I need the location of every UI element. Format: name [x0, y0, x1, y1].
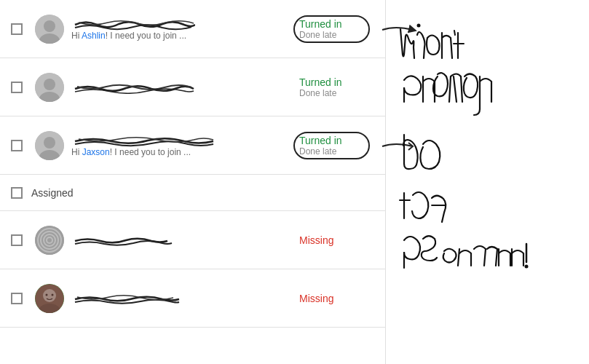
done-late-label-1: Done late	[299, 30, 336, 40]
done-late-label-3: Done late	[299, 146, 336, 157]
turned-in-label-2: Turned in	[299, 76, 342, 88]
row-1-checkbox[interactable]	[11, 23, 23, 35]
student-name-1	[71, 17, 195, 31]
main-container: Hi Ashlin! I need you to join ... Turned…	[0, 0, 589, 364]
student-row-missing-1: Missing	[0, 211, 385, 269]
svg-point-9	[35, 226, 64, 255]
checkbox-area-missing-1	[6, 234, 28, 246]
status-area-3: Turned in Done late	[299, 135, 379, 157]
missing-1-checkbox[interactable]	[11, 234, 23, 246]
missing-label-1: Missing	[299, 234, 333, 246]
student-name-3	[71, 134, 217, 147]
row-3-checkbox[interactable]	[11, 140, 23, 151]
student-info-2	[71, 81, 299, 94]
student-row-3: Hi Jaxson! I need you to join ... Turned…	[0, 116, 385, 175]
student-row-2: Turned in Done late	[0, 58, 385, 116]
student-name-2	[71, 81, 195, 94]
student-row-missing-2: Missing	[0, 269, 385, 328]
svg-point-1	[44, 20, 55, 32]
student-row-1: Hi Ashlin! I need you to join ... Turned…	[0, 0, 385, 58]
avatar-3	[35, 131, 64, 160]
handwriting-svg	[397, 7, 589, 364]
missing-2-checkbox[interactable]	[11, 293, 23, 304]
turned-in-label-1: Turned in	[299, 18, 342, 30]
turned-in-label-3: Turned in	[299, 135, 342, 146]
svg-point-17	[46, 293, 48, 296]
checkbox-area-2	[6, 82, 28, 93]
annotation-panel	[386, 0, 589, 364]
checkbox-area-missing-2	[6, 293, 28, 304]
student-name-missing-1	[71, 234, 173, 246]
checkbox-area-section	[6, 187, 28, 199]
missing-label-2: Missing	[299, 293, 333, 304]
student-preview-3: Hi Jaxson! I need you to join ...	[71, 147, 299, 157]
student-info-1: Hi Ashlin! I need you to join ...	[71, 17, 299, 41]
done-late-label-2: Done late	[299, 88, 336, 98]
status-area-2: Turned in Done late	[299, 76, 379, 98]
status-area-1: Turned in Done late	[299, 18, 379, 40]
student-list: Hi Ashlin! I need you to join ... Turned…	[0, 0, 386, 364]
svg-point-15	[43, 289, 56, 302]
svg-point-19	[417, 24, 421, 28]
student-preview-1: Hi Ashlin! I need you to join ...	[71, 31, 299, 41]
section-checkbox[interactable]	[11, 187, 23, 199]
svg-point-18	[52, 293, 54, 296]
status-area-missing-1: Missing	[299, 234, 379, 246]
status-area-missing-2: Missing	[299, 293, 379, 304]
student-info-missing-2	[71, 293, 299, 304]
checkbox-area-3	[6, 140, 28, 151]
avatar-1	[35, 15, 64, 44]
row-2-checkbox[interactable]	[11, 82, 23, 93]
student-info-3: Hi Jaxson! I need you to join ...	[71, 134, 299, 157]
section-label-assigned: Assigned	[28, 187, 74, 199]
student-name-missing-2	[71, 293, 181, 304]
svg-point-20	[525, 265, 529, 269]
avatar-2	[35, 73, 64, 102]
student-info-missing-1	[71, 234, 299, 246]
avatar-missing-1	[35, 226, 64, 255]
checkbox-area-1	[6, 23, 28, 35]
svg-point-7	[44, 137, 55, 149]
svg-point-4	[44, 79, 55, 90]
avatar-missing-2	[35, 284, 64, 313]
section-header-assigned: Assigned	[0, 175, 385, 211]
